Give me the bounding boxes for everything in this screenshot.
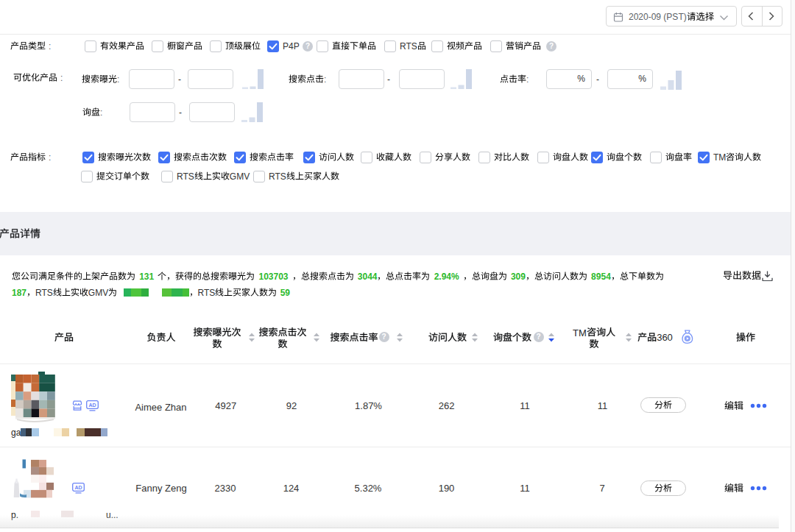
svg-text:AD: AD bbox=[88, 402, 96, 408]
svg-text:AD: AD bbox=[74, 485, 82, 490]
